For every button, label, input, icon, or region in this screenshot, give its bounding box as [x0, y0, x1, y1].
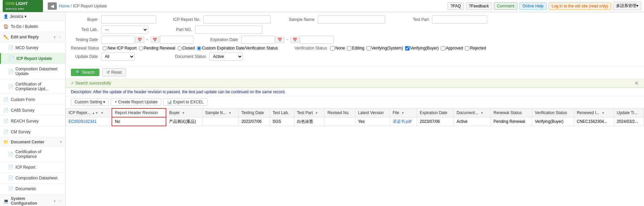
sort-icp[interactable]: ▲▼	[92, 111, 98, 115]
comment-button[interactable]: Comment	[494, 2, 517, 10]
data-table: ICP Repor... ▲▼ ▼ Report Header Revision	[66, 108, 644, 126]
table-container: ICP Repor... ▲▼ ▼ Report Header Revision	[66, 108, 644, 126]
sidebar-item-icp-report[interactable]: 📄 ICP Report	[0, 162, 65, 173]
test-part-input[interactable]	[432, 15, 487, 24]
reset-button[interactable]: ↺ Reset	[102, 68, 126, 76]
cb-rejected[interactable]: Rejected	[465, 46, 486, 50]
sample-name-input[interactable]	[318, 15, 385, 24]
search-button[interactable]: 🔍 Search	[71, 69, 99, 76]
doc-icon-mcd: 📄	[8, 45, 13, 50]
testing-date-from-cal[interactable]: 📅	[135, 37, 144, 43]
cell-buyer: 产品测试(重品)	[166, 117, 202, 126]
sidebar-item-composition-update[interactable]: 📄 Composition Datasheet Update	[0, 64, 65, 79]
expiration-date-from-cal[interactable]: 📅	[275, 37, 284, 43]
sidebar-item-custom-form[interactable]: 📄 Custom Form	[0, 94, 65, 105]
filter-icp[interactable]: ▼	[100, 111, 104, 115]
sidebar-label-cert-upd: Certification of Compliance Upd...	[15, 82, 62, 91]
filter-sample[interactable]: ▼	[227, 111, 232, 115]
cb-vs-input[interactable]	[367, 46, 371, 50]
label-icp-report-no: ICP Report No.	[173, 17, 200, 22]
buyer-input[interactable]	[101, 15, 156, 24]
testing-date-to[interactable]	[160, 36, 194, 44]
cb-verifying-system[interactable]: Verifying(System)	[367, 46, 403, 50]
lang-button[interactable]: 多語系管理▾	[613, 2, 641, 10]
sidebar-item-comp-datasheet[interactable]: 📄 Composition Datasheet	[0, 173, 65, 183]
radio-new-icp[interactable]: New ICP Report	[102, 46, 136, 50]
document-status-select[interactable]: Active Inactive All	[209, 53, 243, 61]
cb-none-input[interactable]	[330, 46, 335, 50]
cb-verifying-buyer[interactable]: Verifying(Buyer)	[405, 46, 439, 50]
radio-closed[interactable]: Closed	[177, 46, 195, 50]
th-report-header-revision: Report Header Revision	[112, 108, 166, 117]
filter-file[interactable]: ▼	[400, 111, 405, 115]
icp-report-no-input[interactable]	[204, 15, 271, 24]
sidebar-item-cert-compliance[interactable]: 📄 Certification of Compliance	[0, 147, 65, 162]
sidebar-item-document-center[interactable]: 📁 Document Center ▾	[0, 137, 65, 147]
radio-pending[interactable]: Pending Renewal	[139, 46, 175, 50]
close-success-button[interactable]: ✕	[635, 80, 639, 86]
update-date-select[interactable]: All Today This Week This Month	[101, 53, 135, 61]
sidebar-item-documents[interactable]: 📄 Documents	[0, 183, 65, 194]
filter-test-part[interactable]: ▼	[314, 111, 319, 115]
col-label-update-ti: Update Ti...	[617, 110, 637, 115]
sidebar-item-mcd-survey[interactable]: 📄 MCD Survey	[0, 42, 65, 53]
radio-closed-input[interactable]	[177, 46, 182, 50]
custom-setting-label: Custom Setting ▾	[75, 100, 105, 104]
filter-doc-status[interactable]: ▼	[480, 111, 484, 115]
feedback-button[interactable]: ?Feedback	[466, 2, 492, 10]
faq-button[interactable]: ?FAQ	[447, 2, 464, 10]
file-link[interactable]: 承诺书.pdf	[393, 119, 412, 124]
cb-editing-input[interactable]	[347, 46, 351, 50]
th-buyer: Buyer ▼	[166, 108, 202, 117]
back-button[interactable]: ◀	[48, 2, 57, 10]
cb-editing[interactable]: Editing	[347, 46, 364, 50]
sidebar-item-ca65[interactable]: 📄 CA65 Survey	[0, 105, 65, 116]
form-row-5: Update Date All Today This Week This Mon…	[71, 53, 639, 61]
sidebar-label-ca65: CA65 Survey	[11, 108, 62, 113]
custom-setting-button[interactable]: Custom Setting ▾	[71, 98, 109, 106]
th-revised-no: Revised No.	[325, 108, 355, 117]
test-lab-select[interactable]: ---	[101, 26, 148, 34]
cb-vb-input[interactable]	[405, 46, 410, 50]
radio-pending-input[interactable]	[139, 46, 143, 50]
export-excel-button[interactable]: 📊 Export to EXCEL	[163, 98, 207, 106]
create-report-update-button[interactable]: + Create Report Update	[111, 98, 161, 106]
th-testing-date: Testing Date	[239, 108, 270, 117]
cb-rejected-input[interactable]	[465, 46, 469, 50]
radio-new-icp-input[interactable]	[102, 46, 107, 50]
radio-custom[interactable]: Custom Expiration Date/Verification Stat…	[197, 46, 278, 50]
label-test-part: Test Part	[402, 17, 429, 22]
cb-none[interactable]: None	[330, 46, 345, 50]
cb-approved[interactable]: Approved	[441, 46, 463, 50]
online-help-button[interactable]: Online Help	[519, 2, 547, 10]
col-label-test-lab: Test Lab.	[272, 110, 289, 115]
expiration-date-to-cal[interactable]: 📅	[291, 37, 299, 43]
tilde-testing: ~	[146, 37, 148, 42]
sidebar-item-reach[interactable]: 📄 REACH Survey	[0, 116, 65, 127]
col-label-latest-version: Latest Version	[358, 110, 384, 115]
sidebar-item-edit-reply[interactable]: ✏️ Edit and Reply ▾ －	[0, 32, 65, 42]
latest-version-value: Yes	[358, 119, 365, 124]
expiration-date-to[interactable]	[300, 36, 334, 44]
cb-approved-input[interactable]	[441, 46, 445, 50]
rhr-value: No	[115, 119, 120, 124]
filter-renewed-i[interactable]: ▼	[601, 111, 605, 115]
login-old-button[interactable]: Log in to the old site (read only)	[549, 2, 611, 10]
expiration-date-from[interactable]	[241, 36, 275, 44]
sidebar-item-todo[interactable]: 🏠 To-Do / Bulletin	[0, 21, 65, 32]
edit-icon: ✏️	[3, 35, 9, 40]
excel-icon: 📊	[167, 100, 172, 104]
radio-custom-input[interactable]	[197, 46, 201, 50]
sidebar-item-icp-report-update[interactable]: 📄 ICP Report Update	[0, 53, 65, 64]
sidebar-item-system-config[interactable]: 💻 System Configuration ▾ －	[0, 194, 65, 206]
filter-buyer[interactable]: ▼	[181, 111, 186, 115]
sidebar-label-edit-reply: Edit and Reply	[11, 35, 52, 39]
testing-date-from[interactable]	[101, 36, 135, 44]
part-no-input[interactable]	[195, 26, 262, 34]
icp-report-no-link[interactable]: EC6509182341	[69, 119, 96, 124]
sidebar-item-cert-update[interactable]: 📄 Certification of Compliance Upd...	[0, 79, 65, 94]
testing-date-to-cal[interactable]: 📅	[151, 37, 159, 43]
breadcrumb-home[interactable]: Home	[59, 4, 70, 8]
sidebar-item-cm-survey[interactable]: 📄 CM Survey	[0, 127, 65, 137]
user-expand-icon[interactable]: ▾	[25, 14, 27, 19]
